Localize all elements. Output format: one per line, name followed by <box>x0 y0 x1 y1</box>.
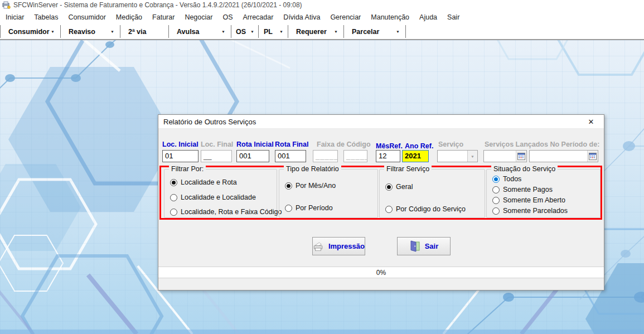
group-title: Filtrar Por: <box>169 165 206 173</box>
dropdown-arrow-icon: ▼ <box>250 30 254 33</box>
toolbar: Consumidor ▼ Reaviso ▼ 2ª via Avulsa ▼ O… <box>0 24 644 40</box>
menu-item-tabelas[interactable]: Tabelas <box>29 13 63 21</box>
menu-item-negociar[interactable]: Negociar <box>180 13 217 21</box>
app-icon <box>2 1 11 9</box>
toolbar-button-2a-via[interactable]: 2ª via <box>120 24 168 39</box>
radio-localidade-rota-faixa-codigo[interactable]: Localidade, Rota e Faixa Código <box>170 208 282 216</box>
radio-por-periodo[interactable]: Por Período <box>285 204 333 212</box>
periodo-final-date-input[interactable] <box>529 150 598 162</box>
menu-item-consumidor[interactable]: Consumidor <box>63 13 110 21</box>
menu-item-iniciar[interactable]: Iniciar <box>1 13 29 21</box>
menu-item-divida-ativa[interactable]: Dívida Ativa <box>278 13 325 21</box>
dropdown-arrow-icon: ▼ <box>279 30 283 33</box>
radio-todos[interactable]: Todos <box>492 175 521 183</box>
group-title: Tipo de Relatório <box>284 165 341 173</box>
toolbar-button-avulsa[interactable]: Avulsa ▼ <box>169 24 231 39</box>
combo-dropdown-button[interactable]: ▼ <box>467 151 477 162</box>
progress-bar: 0% <box>158 267 604 278</box>
group-tipo-de-relatorio: Tipo de Relatório Por Mês/Ano Por Períod… <box>279 169 378 218</box>
mes-ref-input[interactable]: 12 <box>376 150 400 162</box>
radio-por-codigo-do-servico[interactable]: Por Código do Serviço <box>385 205 466 213</box>
window-titlebar: SFCWinServer - Sistema de Faturamento e … <box>0 0 644 10</box>
servico-label: Serviço <box>438 141 463 148</box>
toolbar-button-pl[interactable]: PL ▼ <box>259 24 288 39</box>
group-title: Situação do Serviço <box>491 165 558 173</box>
dropdown-arrow-icon: ▼ <box>471 154 474 158</box>
loc-final-input[interactable]: __ <box>201 150 232 162</box>
window-title: SFCWinServer - Sistema de Faturamento e … <box>13 1 302 9</box>
radio-icon <box>170 209 177 216</box>
dialog-title: Relatório de Outros Serviços <box>163 118 256 126</box>
radio-icon <box>492 176 500 183</box>
printer-icon <box>313 240 324 253</box>
loc-inicial-label: Loc. Inicial <box>162 141 198 148</box>
dropdown-arrow-icon: ▼ <box>221 30 225 33</box>
radio-somente-parcelados[interactable]: Somente Parcelados <box>492 207 568 215</box>
loc-inicial-input[interactable]: 01 <box>162 150 198 162</box>
menu-item-faturar[interactable]: Faturar <box>147 13 180 21</box>
close-button[interactable]: ✕ <box>585 117 597 127</box>
dropdown-arrow-icon: ▼ <box>396 30 400 33</box>
radio-icon <box>492 197 500 204</box>
radio-icon <box>170 194 177 201</box>
dialog-titlebar[interactable]: Relatório de Outros Serviços <box>158 115 604 129</box>
toolbar-button-os[interactable]: OS ▼ <box>231 24 258 39</box>
door-exit-icon <box>409 240 420 252</box>
toolbar-button-reaviso[interactable]: Reaviso ▼ <box>61 24 120 39</box>
servico-combobox[interactable]: ▼ <box>437 150 478 162</box>
toolbar-button-consumidor[interactable]: Consumidor ▼ <box>1 24 60 39</box>
sair-button[interactable]: Sair <box>397 237 451 255</box>
group-filtrar-por: Filtrar Por: Localidade e Rota Localidad… <box>164 169 277 218</box>
menu-item-os[interactable]: OS <box>217 13 238 21</box>
calendar-icon <box>589 153 597 160</box>
loc-final-label: Loc. Final <box>201 141 233 148</box>
menu-item-arrecadar[interactable]: Arrecadar <box>238 13 278 21</box>
dropdown-arrow-icon: ▼ <box>51 30 55 33</box>
faixa-codigo-final-input[interactable]: ______ <box>343 150 367 162</box>
faixa-codigo-label: Faixa de Código <box>317 141 371 148</box>
servicos-lancados-label: Serviços Lançados No Período de: <box>485 141 599 148</box>
menu-bar: Iniciar Tabelas Consumidor Medição Fatur… <box>0 10 644 24</box>
radio-icon <box>385 183 393 191</box>
radio-icon <box>285 205 292 212</box>
menu-item-gerenciar[interactable]: Gerenciar <box>325 13 366 21</box>
close-icon: ✕ <box>588 118 594 126</box>
radio-icon <box>492 186 500 193</box>
ano-ref-input[interactable]: 2021 <box>402 150 429 162</box>
periodo-inicial-date-input[interactable] <box>483 150 527 162</box>
menu-item-manutencao[interactable]: Manutenção <box>366 13 414 21</box>
calendar-icon <box>517 153 525 160</box>
menu-item-medicao[interactable]: Medição <box>111 13 147 21</box>
radio-somente-pagos[interactable]: Somente Pagos <box>492 186 553 193</box>
group-title: Filtrar Serviço <box>384 165 432 173</box>
group-filtrar-servico: Filtrar Serviço Geral Por Código do Serv… <box>379 169 485 218</box>
impressao-button[interactable]: Impressão <box>312 237 365 255</box>
ano-ref-label: Ano Ref. <box>405 142 433 150</box>
mes-ref-label: MêsRef. <box>376 142 403 150</box>
toolbar-button-requerer[interactable]: Requerer ▼ <box>288 24 343 39</box>
calendar-button[interactable] <box>516 151 526 162</box>
radio-localidade-e-rota[interactable]: Localidade e Rota <box>170 178 237 186</box>
radio-icon <box>285 182 292 190</box>
radio-somente-em-aberto[interactable]: Somente Em Aberto <box>492 196 565 204</box>
radio-geral[interactable]: Geral <box>385 183 413 191</box>
radio-por-mes-ano[interactable]: Por Mês/Ano <box>285 182 336 190</box>
faixa-codigo-inicial-input[interactable]: ______ <box>313 150 338 162</box>
dialog-relatorio-outros-servicos: Relatório de Outros Serviços ✕ Loc. Inic… <box>158 114 604 291</box>
radio-localidade-e-localidade[interactable]: Localidade e Localidade <box>170 193 256 201</box>
calendar-button[interactable] <box>587 151 598 162</box>
menu-item-sair[interactable]: Sair <box>442 13 464 21</box>
rota-final-input[interactable]: 001 <box>275 150 306 162</box>
radio-icon <box>492 207 500 215</box>
dropdown-arrow-icon: ▼ <box>334 30 338 33</box>
rota-inicial-input[interactable]: 001 <box>236 150 269 162</box>
progress-value: 0% <box>376 269 386 277</box>
rota-final-label: Rota Final <box>275 141 308 148</box>
rota-inicial-label: Rota Inicial <box>236 141 274 148</box>
menu-item-ajuda[interactable]: Ajuda <box>414 13 442 21</box>
radio-icon <box>170 179 177 186</box>
group-situacao-do-servico: Situação do Serviço Todos Somente Pagos … <box>486 169 601 218</box>
radio-icon <box>385 206 393 213</box>
dropdown-arrow-icon: ▼ <box>110 30 114 33</box>
toolbar-button-parcelar[interactable]: Parcelar ▼ <box>344 24 405 39</box>
